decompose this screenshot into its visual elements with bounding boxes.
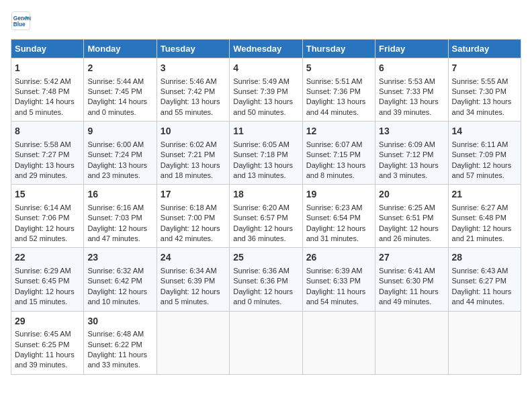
day-info: and 36 minutes. [233,234,298,244]
day-number: 23 [87,251,152,265]
day-info: Sunset: 6:33 PM [306,276,371,286]
day-info: Sunset: 7:33 PM [379,87,444,97]
day-info: Daylight: 12 hours [379,224,444,234]
day-info: and 18 minutes. [161,171,226,181]
day-info: Sunset: 7:03 PM [87,213,152,223]
day-number: 19 [306,188,371,201]
day-info: Sunset: 6:36 PM [233,276,298,286]
calendar-cell: 17Sunrise: 6:18 AMSunset: 7:00 PMDayligh… [157,185,229,248]
day-number: 8 [15,125,80,138]
day-info: Daylight: 12 hours [15,224,80,234]
calendar-cell: 23Sunrise: 6:32 AMSunset: 6:42 PMDayligh… [84,248,157,311]
calendar-cell: 15Sunrise: 6:14 AMSunset: 7:06 PMDayligh… [11,185,84,248]
day-info: and 49 minutes. [379,297,444,307]
day-info: Sunrise: 5:44 AM [87,77,152,87]
day-info: Sunset: 6:42 PM [87,276,152,286]
header: General Blue [11,11,521,31]
day-info: and 33 minutes. [87,360,152,370]
day-info: and 55 minutes. [161,107,226,118]
day-header-thursday: Thursday [302,40,375,58]
day-info: and 23 minutes. [87,171,152,181]
day-info: Daylight: 13 hours [233,97,298,107]
day-info: and 13 minutes. [233,171,298,181]
day-info: and 50 minutes. [233,107,298,118]
logo-icon: General Blue [11,11,31,31]
day-info: Sunset: 6:22 PM [87,340,152,350]
day-info: and 44 minutes. [306,107,371,118]
day-header-wednesday: Wednesday [230,40,302,58]
day-info: Sunset: 7:30 PM [452,87,517,97]
day-number: 30 [87,315,152,328]
day-info: Sunrise: 6:29 AM [15,266,80,276]
header-row: SundayMondayTuesdayWednesdayThursdayFrid… [11,40,521,58]
day-info: and 44 minutes. [452,297,517,307]
day-info: Sunset: 6:39 PM [161,276,226,286]
svg-text:Blue: Blue [13,21,26,28]
day-info: and 8 minutes. [306,171,371,181]
day-info: Sunrise: 6:25 AM [379,203,444,213]
day-info: Daylight: 13 hours [15,161,80,171]
day-info: Sunrise: 5:58 AM [15,140,80,150]
day-info: Sunset: 7:15 PM [306,150,371,160]
logo: General Blue [11,11,34,31]
calendar-cell [157,311,229,374]
day-info: Daylight: 13 hours [161,161,226,171]
day-number: 6 [379,62,444,75]
day-number: 21 [452,188,517,201]
day-info: Daylight: 12 hours [87,224,152,234]
day-info: and 29 minutes. [15,171,80,181]
day-number: 28 [452,251,517,265]
calendar-week-1: 1Sunrise: 5:42 AMSunset: 7:48 PMDaylight… [11,58,521,122]
day-info: Sunrise: 6:34 AM [161,266,226,276]
day-info: and 26 minutes. [379,234,444,244]
calendar-cell: 16Sunrise: 6:16 AMSunset: 7:03 PMDayligh… [84,185,157,248]
day-info: and 39 minutes. [379,107,444,118]
day-info: Sunrise: 6:27 AM [452,203,517,213]
day-info: Sunrise: 6:14 AM [15,203,80,213]
day-info: Sunset: 7:21 PM [161,150,226,160]
day-info: and 15 minutes. [15,297,80,307]
calendar-cell: 4Sunrise: 5:49 AMSunset: 7:39 PMDaylight… [230,58,302,122]
day-info: Sunset: 6:48 PM [452,213,517,223]
day-info: Daylight: 11 hours [452,287,517,297]
day-info: Sunrise: 6:18 AM [161,203,226,213]
day-info: Daylight: 13 hours [452,97,517,107]
day-info: Daylight: 11 hours [15,350,80,360]
calendar-cell [375,311,448,374]
day-info: Daylight: 12 hours [306,224,371,234]
day-info: and 5 minutes. [15,107,80,118]
day-info: Daylight: 13 hours [161,97,226,107]
day-number: 7 [452,62,517,75]
day-info: Daylight: 14 hours [15,97,80,107]
calendar-cell: 8Sunrise: 5:58 AMSunset: 7:27 PMDaylight… [11,122,84,185]
day-info: and 0 minutes. [233,297,298,307]
day-info: Sunrise: 6:32 AM [87,266,152,276]
calendar-table: SundayMondayTuesdayWednesdayThursdayFrid… [11,39,521,375]
day-number: 11 [233,125,298,138]
day-info: Sunset: 6:54 PM [306,213,371,223]
day-info: Sunrise: 6:11 AM [452,140,517,150]
calendar-cell: 9Sunrise: 6:00 AMSunset: 7:24 PMDaylight… [84,122,157,185]
day-info: Sunrise: 5:51 AM [306,77,371,87]
day-number: 29 [15,315,80,328]
day-info: Sunrise: 5:46 AM [161,77,226,87]
calendar-cell: 10Sunrise: 6:02 AMSunset: 7:21 PMDayligh… [157,122,229,185]
day-info: Sunrise: 6:09 AM [379,140,444,150]
day-number: 26 [306,251,371,265]
day-info: Sunrise: 6:48 AM [87,329,152,339]
day-info: and 54 minutes. [306,297,371,307]
calendar-cell: 12Sunrise: 6:07 AMSunset: 7:15 PMDayligh… [302,122,375,185]
day-info: Sunset: 7:42 PM [161,87,226,97]
day-info: Sunrise: 5:53 AM [379,77,444,87]
calendar-cell: 26Sunrise: 6:39 AMSunset: 6:33 PMDayligh… [302,248,375,311]
calendar-cell: 20Sunrise: 6:25 AMSunset: 6:51 PMDayligh… [375,185,448,248]
day-info: and 57 minutes. [452,171,517,181]
day-info: Sunset: 7:36 PM [306,87,371,97]
calendar-week-2: 8Sunrise: 5:58 AMSunset: 7:27 PMDaylight… [11,122,521,185]
day-info: and 52 minutes. [15,234,80,244]
day-info: Sunset: 7:27 PM [15,150,80,160]
calendar-cell: 24Sunrise: 6:34 AMSunset: 6:39 PMDayligh… [157,248,229,311]
day-info: Daylight: 12 hours [87,287,152,297]
day-info: Sunrise: 5:55 AM [452,77,517,87]
day-number: 16 [87,188,152,201]
